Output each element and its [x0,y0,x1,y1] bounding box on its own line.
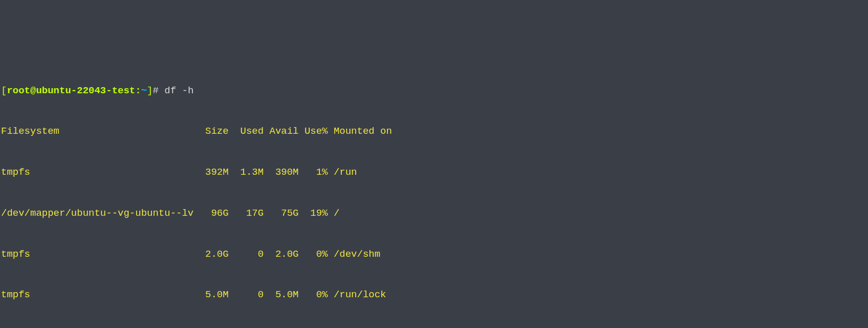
prompt-line-1: [root@ubuntu-22043-test:~]# df -h [1,84,867,98]
df-row: tmpfs 2.0G 0 2.0G 0% /dev/shm [1,248,867,261]
df-row: tmpfs 5.0M 0 5.0M 0% /run/lock [1,288,867,302]
bracket-open: [ [1,85,7,96]
df-row: /dev/mapper/ubuntu--vg-ubuntu--lv 96G 17… [1,207,867,220]
df-row: tmpfs 392M 1.3M 390M 1% /run [1,166,867,179]
bracket-close: ] [147,85,153,96]
df-header: Filesystem Size Used Avail Use% Mounted … [1,125,867,138]
prompt-colon: : [135,85,141,96]
prompt-user-host: root@ubuntu-22043-test [7,85,135,96]
command-text: df -h [164,85,193,96]
terminal[interactable]: [root@ubuntu-22043-test:~]# df -h Filesy… [1,56,867,328]
prompt-hash: # [153,85,164,96]
prompt-path: ~ [141,85,147,96]
